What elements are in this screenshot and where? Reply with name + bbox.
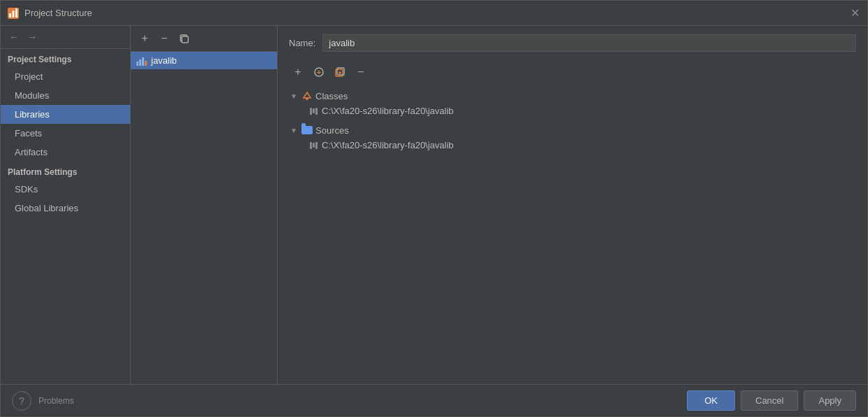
sources-folder-icon bbox=[301, 125, 313, 136]
sidebar-item-project[interactable]: Project bbox=[1, 67, 130, 86]
svg-rect-2 bbox=[13, 10, 15, 17]
cancel-button[interactable]: Cancel bbox=[741, 390, 798, 411]
apply-button[interactable]: Apply bbox=[804, 390, 856, 411]
dialog-title: Project Structure bbox=[24, 8, 849, 18]
library-list: javalib bbox=[131, 52, 277, 384]
sidebar-item-sdks[interactable]: SDKs bbox=[1, 180, 130, 199]
sources-path: C:\X\fa20-s26\library-fa20\javalib bbox=[322, 140, 454, 150]
classes-path: C:\X\fa20-s26\library-fa20\javalib bbox=[322, 106, 454, 116]
inner-layout: + − bbox=[131, 26, 867, 384]
problems-tab[interactable]: Problems bbox=[31, 393, 81, 409]
close-button[interactable]: ✕ bbox=[849, 8, 860, 19]
add-copy-button[interactable] bbox=[331, 63, 349, 81]
classes-label: Classes bbox=[315, 91, 348, 101]
svg-text:+: + bbox=[317, 68, 321, 76]
bottom-bar: ? Problems OK Cancel Apply bbox=[1, 384, 867, 416]
library-name: javalib bbox=[151, 55, 177, 66]
sidebar: ← → Project Settings Project Modules Lib… bbox=[1, 26, 131, 384]
help-icon: ? bbox=[19, 395, 24, 407]
name-row: Name: bbox=[289, 34, 856, 52]
sidebar-item-libraries[interactable]: Libraries bbox=[1, 105, 130, 124]
sources-path-row[interactable]: C:\X\fa20-s26\library-fa20\javalib bbox=[289, 138, 856, 153]
bottom-right: OK Cancel Apply bbox=[687, 390, 856, 411]
forward-button[interactable]: → bbox=[24, 30, 40, 44]
project-structure-dialog: Project Structure ✕ ← → Project Settings… bbox=[0, 0, 868, 417]
library-item-javalib[interactable]: javalib bbox=[131, 52, 277, 69]
classes-chevron: ▼ bbox=[289, 92, 299, 100]
main-content: ← → Project Settings Project Modules Lib… bbox=[1, 26, 867, 384]
help-button[interactable]: ? bbox=[12, 391, 31, 411]
classes-path-row[interactable]: C:\X\fa20-s26\library-fa20\javalib bbox=[289, 104, 856, 118]
sources-label: Sources bbox=[315, 125, 349, 136]
svg-rect-1 bbox=[9, 13, 11, 17]
sidebar-nav: ← → bbox=[1, 26, 130, 49]
classes-icon bbox=[301, 90, 313, 101]
library-list-toolbar: + − bbox=[131, 26, 277, 52]
remove-path-button[interactable]: − bbox=[352, 63, 370, 81]
sources-tree-node[interactable]: ▼ Sources bbox=[289, 122, 856, 138]
bottom-left: ? Problems bbox=[12, 391, 81, 411]
svg-point-12 bbox=[306, 97, 308, 100]
ok-button[interactable]: OK bbox=[687, 390, 735, 411]
title-bar: Project Structure ✕ bbox=[1, 1, 867, 26]
tree-area: ▼ Classes bbox=[289, 88, 856, 376]
svg-rect-3 bbox=[15, 8, 17, 17]
svg-rect-5 bbox=[182, 36, 188, 43]
detail-toolbar: + + − bbox=[289, 63, 856, 81]
library-list-panel: + − bbox=[131, 26, 278, 384]
classes-tree-node[interactable]: ▼ Classes bbox=[289, 88, 856, 104]
sidebar-item-artifacts[interactable]: Artifacts bbox=[1, 143, 130, 162]
sidebar-item-modules[interactable]: Modules bbox=[1, 86, 130, 105]
copy-library-button[interactable] bbox=[176, 30, 192, 47]
project-settings-header: Project Settings bbox=[1, 49, 130, 67]
app-icon bbox=[8, 8, 19, 19]
add-library-button[interactable]: + bbox=[136, 30, 153, 47]
detail-panel: Name: + + bbox=[278, 26, 867, 384]
path-icon bbox=[310, 108, 318, 115]
platform-settings-header: Platform Settings bbox=[1, 162, 130, 180]
back-button[interactable]: ← bbox=[6, 30, 22, 44]
add-specific-button[interactable]: + bbox=[310, 63, 328, 81]
sources-chevron: ▼ bbox=[289, 127, 299, 134]
sidebar-item-global-libraries[interactable]: Global Libraries bbox=[1, 199, 130, 218]
library-icon bbox=[136, 56, 147, 66]
sidebar-item-facets[interactable]: Facets bbox=[1, 124, 130, 143]
sources-path-icon bbox=[310, 142, 318, 149]
add-path-button[interactable]: + bbox=[289, 63, 307, 81]
name-label: Name: bbox=[289, 38, 315, 48]
name-input[interactable] bbox=[322, 34, 856, 52]
remove-library-button[interactable]: − bbox=[156, 30, 173, 47]
